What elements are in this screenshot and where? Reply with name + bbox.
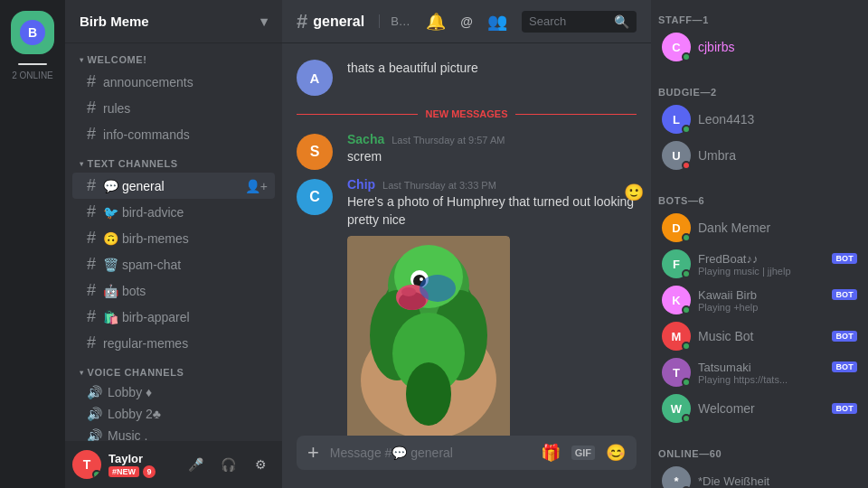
mute-button[interactable]: 🎤 — [181, 450, 210, 479]
message-time: Last Thursday at 9:57 AM — [392, 135, 505, 145]
channel-birb-apparel[interactable]: # 🛍️ birb-apparel — [72, 304, 275, 330]
member-subtext-fred: Playing music | jjhelp — [698, 266, 857, 277]
voice-channel-music[interactable]: 🔊 Music . — [72, 425, 275, 441]
section-text-channels: TEXT CHANNELS # 💬 general 👤+ # 🐦 bird-ad… — [65, 155, 282, 356]
server-icon-birb-meme[interactable]: B — [11, 11, 54, 54]
member-dank-memer[interactable]: D Dank Memer — [655, 210, 864, 246]
channel-sidebar: Birb Meme ▾ WELCOME! # announcements # r… — [65, 0, 282, 488]
section-budgie: BUDGIE—2 L Leon4413 U Umbra — [651, 72, 868, 174]
member-name-row-fred: FredBoat♪♪ BOT — [698, 252, 857, 266]
avatar-umbra: U — [662, 141, 691, 170]
channel-info-commands[interactable]: # info-commands — [72, 121, 275, 147]
bot-badge: BOT — [832, 331, 857, 342]
username: Taylor — [108, 452, 174, 465]
member-kawaii-birb[interactable]: K Kawaii Birb BOT Playing +help — [655, 282, 864, 318]
channel-regular-memes[interactable]: # regular-memes — [72, 330, 275, 356]
deafen-button[interactable]: 🎧 — [213, 450, 242, 479]
channel-list: WELCOME! # announcements # rules # info-… — [65, 43, 282, 441]
settings-button[interactable]: ⚙ — [246, 450, 275, 479]
emoji-icon[interactable]: 😊 — [606, 443, 626, 463]
section-header-welcome[interactable]: WELCOME! — [65, 51, 282, 69]
members-sidebar: STAFF—1 C cjbirbs BUDGIE—2 L Leon4413 U … — [651, 0, 868, 488]
hash-icon: # — [87, 255, 96, 274]
member-name-row-welcomer: Welcomer BOT — [698, 401, 857, 416]
svg-point-17 — [406, 362, 451, 426]
hash-icon: # — [87, 229, 96, 248]
member-name-fred: FredBoat♪♪ — [698, 252, 828, 266]
server-name: Birb Meme — [80, 14, 149, 29]
avatar-cjbirbs: C — [662, 33, 691, 61]
chevron-down-icon: ▾ — [260, 14, 268, 30]
channel-general[interactable]: # 💬 general 👤+ — [72, 173, 275, 199]
divider-label: NEW MESSAGES — [425, 108, 507, 119]
avatar-kawaii: K — [662, 286, 691, 314]
channel-spam-chat[interactable]: # 🗑️ spam-chat — [72, 251, 275, 277]
channel-announcements[interactable]: # announcements — [72, 69, 275, 95]
channel-bots[interactable]: # 🤖 bots — [72, 277, 275, 304]
member-umbra[interactable]: U Umbra — [655, 137, 864, 174]
voice-channel-lobby1[interactable]: 🔊 Lobby ♦ — [72, 381, 275, 403]
member-die-weissheit[interactable]: * *Die Weißheit — [655, 463, 864, 488]
member-name-kawaii: Kawaii Birb — [698, 288, 828, 302]
member-cjbirbs[interactable]: C cjbirbs — [655, 29, 864, 65]
section-header-text[interactable]: TEXT CHANNELS — [65, 155, 282, 173]
user-avatar: T — [72, 450, 101, 479]
bots-header: BOTS—6 — [651, 181, 868, 210]
status-dnd — [682, 161, 691, 170]
message-author-chip: Chip — [347, 177, 375, 192]
member-name-row: Dank Memer — [698, 221, 857, 235]
member-leon4413[interactable]: L Leon4413 — [655, 101, 864, 137]
new-badge: #NEW — [108, 466, 139, 477]
section-welcome: WELCOME! # announcements # rules # info-… — [65, 51, 282, 147]
member-name-music: Music Bot — [698, 329, 828, 343]
channel-birb-memes[interactable]: # 🙃 birb-memes — [72, 225, 275, 251]
hash-icon: # — [87, 202, 96, 221]
reaction-add-icon[interactable]: 🙂 — [624, 183, 644, 202]
user-actions: 🎤 🎧 ⚙ — [181, 450, 275, 479]
member-info-kawaii: Kawaii Birb BOT Playing +help — [698, 288, 857, 313]
section-header-voice[interactable]: VOICE CHANNELS — [65, 363, 282, 381]
channel-bird-advice[interactable]: # 🐦 bird-advice — [72, 199, 275, 225]
member-tatsumaki[interactable]: T Tatsumaki BOT Playing https://tats... — [655, 354, 864, 390]
search-box: 🔍 — [522, 11, 637, 33]
member-info-fred: FredBoat♪♪ BOT Playing music | jjhelp — [698, 252, 857, 277]
message-image — [347, 236, 510, 436]
gif-icon[interactable]: GIF — [571, 446, 595, 460]
section-staff: STAFF—1 C cjbirbs — [651, 0, 868, 65]
voice-channel-lobby2[interactable]: 🔊 Lobby 2♣ — [72, 403, 275, 425]
member-music-bot[interactable]: M Music Bot BOT — [655, 318, 864, 354]
chat-input-area: + 🎁 GIF 😊 — [282, 436, 651, 488]
svg-point-15 — [420, 275, 456, 302]
hash-icon: # — [87, 125, 96, 144]
member-info-tatsumaki: Tatsumaki BOT Playing https://tats... — [698, 361, 857, 385]
member-subtext-kawaii: Playing +help — [698, 302, 857, 313]
message-header: Sacha Last Thursday at 9:57 AM — [347, 132, 637, 146]
status-bot — [682, 269, 691, 278]
message-group: A thats a beautiful picture — [282, 58, 651, 98]
gift-icon[interactable]: 🎁 — [541, 443, 561, 463]
bell-icon[interactable]: 🔔 — [426, 12, 446, 32]
search-input[interactable] — [529, 14, 610, 28]
server-header[interactable]: Birb Meme ▾ — [65, 0, 282, 43]
member-info-welcomer: Welcomer BOT — [698, 401, 857, 416]
member-fredboat[interactable]: F FredBoat♪♪ BOT Playing music | jjhelp — [655, 246, 864, 282]
member-name-welcomer: Welcomer — [698, 401, 828, 416]
chat-header: # general Be nice! No spamming! Spam in … — [282, 0, 651, 43]
attach-icon[interactable]: + — [307, 441, 319, 465]
avatar-sacha: S — [297, 134, 333, 170]
message-input[interactable] — [330, 436, 530, 470]
section-bots: BOTS—6 D Dank Memer F FredBoat♪♪ BOT — [651, 181, 868, 427]
avatar-die-weissheit: * — [662, 466, 691, 488]
members-icon[interactable]: 👥 — [487, 12, 507, 32]
member-welcomer[interactable]: W Welcomer BOT — [655, 390, 864, 427]
mention-icon[interactable]: @ — [460, 14, 473, 29]
section-online: ONLINE—60 * *Die Weißheit A AceSatanX A … — [651, 434, 868, 488]
message-content-chip: Chip Last Thursday at 3:33 PM Here's a p… — [347, 177, 637, 436]
bot-badge: BOT — [832, 361, 857, 372]
add-member-icon[interactable]: 👤+ — [245, 179, 268, 193]
member-name-row-music: Music Bot BOT — [698, 329, 857, 343]
channel-rules[interactable]: # rules — [72, 95, 275, 121]
avatar-music-bot: M — [662, 322, 691, 351]
status-online — [682, 125, 691, 134]
status-online — [682, 52, 691, 61]
